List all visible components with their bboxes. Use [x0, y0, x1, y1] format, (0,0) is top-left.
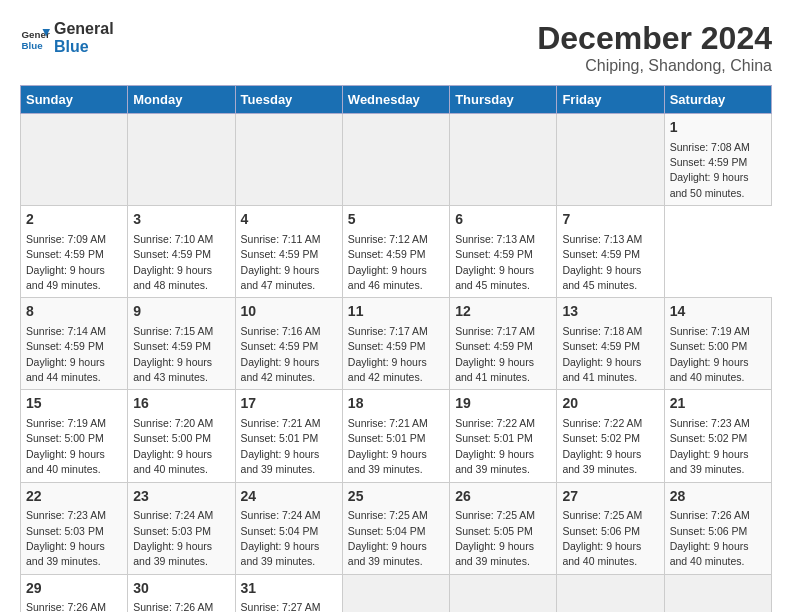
calendar-cell: 12 Sunrise: 7:17 AM Sunset: 4:59 PM Dayl…	[450, 298, 557, 390]
day-info: Sunrise: 7:13 AM Sunset: 4:59 PM Dayligh…	[562, 233, 642, 291]
calendar-cell	[557, 574, 664, 612]
svg-text:Blue: Blue	[22, 40, 44, 51]
day-info: Sunrise: 7:20 AM Sunset: 5:00 PM Dayligh…	[133, 417, 213, 475]
calendar-cell: 6 Sunrise: 7:13 AM Sunset: 4:59 PM Dayli…	[450, 206, 557, 298]
logo-icon: General Blue	[20, 23, 50, 53]
calendar-cell: 21 Sunrise: 7:23 AM Sunset: 5:02 PM Dayl…	[664, 390, 771, 482]
header-day-saturday: Saturday	[664, 86, 771, 114]
day-info: Sunrise: 7:24 AM Sunset: 5:03 PM Dayligh…	[133, 509, 213, 567]
calendar-week-row: 22 Sunrise: 7:23 AM Sunset: 5:03 PM Dayl…	[21, 482, 772, 574]
calendar-cell: 28 Sunrise: 7:26 AM Sunset: 5:06 PM Dayl…	[664, 482, 771, 574]
day-info: Sunrise: 7:25 AM Sunset: 5:06 PM Dayligh…	[562, 509, 642, 567]
day-number: 2	[26, 210, 122, 230]
day-number: 12	[455, 302, 551, 322]
calendar-week-row: 1 Sunrise: 7:08 AM Sunset: 4:59 PM Dayli…	[21, 114, 772, 206]
day-info: Sunrise: 7:25 AM Sunset: 5:04 PM Dayligh…	[348, 509, 428, 567]
day-number: 20	[562, 394, 658, 414]
day-info: Sunrise: 7:24 AM Sunset: 5:04 PM Dayligh…	[241, 509, 321, 567]
calendar-week-row: 8 Sunrise: 7:14 AM Sunset: 4:59 PM Dayli…	[21, 298, 772, 390]
calendar-cell: 25 Sunrise: 7:25 AM Sunset: 5:04 PM Dayl…	[342, 482, 449, 574]
day-info: Sunrise: 7:08 AM Sunset: 4:59 PM Dayligh…	[670, 141, 750, 199]
calendar-week-row: 29 Sunrise: 7:26 AM Sunset: 5:07 PM Dayl…	[21, 574, 772, 612]
calendar-table: SundayMondayTuesdayWednesdayThursdayFrid…	[20, 85, 772, 612]
calendar-cell	[664, 574, 771, 612]
day-info: Sunrise: 7:10 AM Sunset: 4:59 PM Dayligh…	[133, 233, 213, 291]
day-info: Sunrise: 7:26 AM Sunset: 5:06 PM Dayligh…	[670, 509, 750, 567]
header-day-monday: Monday	[128, 86, 235, 114]
calendar-cell: 2 Sunrise: 7:09 AM Sunset: 4:59 PM Dayli…	[21, 206, 128, 298]
calendar-cell: 26 Sunrise: 7:25 AM Sunset: 5:05 PM Dayl…	[450, 482, 557, 574]
header-day-tuesday: Tuesday	[235, 86, 342, 114]
calendar-cell: 18 Sunrise: 7:21 AM Sunset: 5:01 PM Dayl…	[342, 390, 449, 482]
day-number: 3	[133, 210, 229, 230]
calendar-cell	[342, 114, 449, 206]
calendar-cell: 27 Sunrise: 7:25 AM Sunset: 5:06 PM Dayl…	[557, 482, 664, 574]
day-number: 27	[562, 487, 658, 507]
calendar-cell: 22 Sunrise: 7:23 AM Sunset: 5:03 PM Dayl…	[21, 482, 128, 574]
day-info: Sunrise: 7:19 AM Sunset: 5:00 PM Dayligh…	[670, 325, 750, 383]
calendar-cell: 19 Sunrise: 7:22 AM Sunset: 5:01 PM Dayl…	[450, 390, 557, 482]
day-number: 24	[241, 487, 337, 507]
day-info: Sunrise: 7:25 AM Sunset: 5:05 PM Dayligh…	[455, 509, 535, 567]
calendar-cell	[21, 114, 128, 206]
day-number: 10	[241, 302, 337, 322]
calendar-cell: 30 Sunrise: 7:26 AM Sunset: 5:08 PM Dayl…	[128, 574, 235, 612]
calendar-cell: 15 Sunrise: 7:19 AM Sunset: 5:00 PM Dayl…	[21, 390, 128, 482]
calendar-cell: 3 Sunrise: 7:10 AM Sunset: 4:59 PM Dayli…	[128, 206, 235, 298]
day-number: 4	[241, 210, 337, 230]
day-info: Sunrise: 7:12 AM Sunset: 4:59 PM Dayligh…	[348, 233, 428, 291]
title-area: December 2024 Chiping, Shandong, China	[537, 20, 772, 75]
calendar-cell: 10 Sunrise: 7:16 AM Sunset: 4:59 PM Dayl…	[235, 298, 342, 390]
day-number: 9	[133, 302, 229, 322]
header-day-thursday: Thursday	[450, 86, 557, 114]
day-info: Sunrise: 7:14 AM Sunset: 4:59 PM Dayligh…	[26, 325, 106, 383]
calendar-cell: 31 Sunrise: 7:27 AM Sunset: 5:08 PM Dayl…	[235, 574, 342, 612]
day-number: 23	[133, 487, 229, 507]
calendar-cell: 17 Sunrise: 7:21 AM Sunset: 5:01 PM Dayl…	[235, 390, 342, 482]
header-day-friday: Friday	[557, 86, 664, 114]
day-number: 21	[670, 394, 766, 414]
day-number: 18	[348, 394, 444, 414]
day-number: 22	[26, 487, 122, 507]
day-number: 8	[26, 302, 122, 322]
calendar-cell	[557, 114, 664, 206]
header: General Blue General Blue December 2024 …	[20, 20, 772, 75]
calendar-cell: 23 Sunrise: 7:24 AM Sunset: 5:03 PM Dayl…	[128, 482, 235, 574]
day-number: 26	[455, 487, 551, 507]
day-number: 15	[26, 394, 122, 414]
calendar-cell: 8 Sunrise: 7:14 AM Sunset: 4:59 PM Dayli…	[21, 298, 128, 390]
logo: General Blue General Blue	[20, 20, 114, 56]
calendar-header-row: SundayMondayTuesdayWednesdayThursdayFrid…	[21, 86, 772, 114]
day-number: 7	[562, 210, 658, 230]
day-info: Sunrise: 7:22 AM Sunset: 5:02 PM Dayligh…	[562, 417, 642, 475]
day-number: 14	[670, 302, 766, 322]
day-number: 13	[562, 302, 658, 322]
calendar-cell: 14 Sunrise: 7:19 AM Sunset: 5:00 PM Dayl…	[664, 298, 771, 390]
day-number: 17	[241, 394, 337, 414]
day-number: 28	[670, 487, 766, 507]
calendar-cell	[450, 114, 557, 206]
day-number: 31	[241, 579, 337, 599]
day-info: Sunrise: 7:23 AM Sunset: 5:02 PM Dayligh…	[670, 417, 750, 475]
calendar-cell: 4 Sunrise: 7:11 AM Sunset: 4:59 PM Dayli…	[235, 206, 342, 298]
calendar-cell: 24 Sunrise: 7:24 AM Sunset: 5:04 PM Dayl…	[235, 482, 342, 574]
day-number: 11	[348, 302, 444, 322]
day-info: Sunrise: 7:15 AM Sunset: 4:59 PM Dayligh…	[133, 325, 213, 383]
calendar-week-row: 2 Sunrise: 7:09 AM Sunset: 4:59 PM Dayli…	[21, 206, 772, 298]
calendar-week-row: 15 Sunrise: 7:19 AM Sunset: 5:00 PM Dayl…	[21, 390, 772, 482]
logo-text-line1: General	[54, 20, 114, 38]
calendar-cell: 13 Sunrise: 7:18 AM Sunset: 4:59 PM Dayl…	[557, 298, 664, 390]
day-number: 30	[133, 579, 229, 599]
calendar-cell	[235, 114, 342, 206]
day-info: Sunrise: 7:17 AM Sunset: 4:59 PM Dayligh…	[348, 325, 428, 383]
day-number: 1	[670, 118, 766, 138]
calendar-cell	[342, 574, 449, 612]
day-info: Sunrise: 7:11 AM Sunset: 4:59 PM Dayligh…	[241, 233, 321, 291]
day-info: Sunrise: 7:26 AM Sunset: 5:08 PM Dayligh…	[133, 601, 213, 612]
day-number: 6	[455, 210, 551, 230]
day-info: Sunrise: 7:17 AM Sunset: 4:59 PM Dayligh…	[455, 325, 535, 383]
day-info: Sunrise: 7:27 AM Sunset: 5:08 PM Dayligh…	[241, 601, 321, 612]
location-title: Chiping, Shandong, China	[537, 57, 772, 75]
day-number: 5	[348, 210, 444, 230]
day-info: Sunrise: 7:19 AM Sunset: 5:00 PM Dayligh…	[26, 417, 106, 475]
